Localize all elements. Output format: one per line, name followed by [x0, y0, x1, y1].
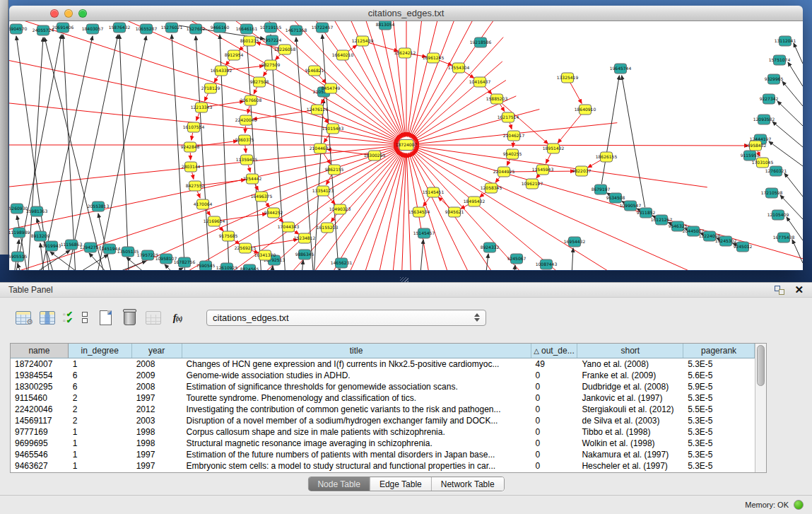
table-cell[interactable]: 5.3E-5: [683, 438, 755, 449]
select-rows-icon[interactable]: ✔✔: [62, 308, 73, 327]
table-cell[interactable]: Structural magnetic resonance image aver…: [182, 438, 531, 449]
table-row[interactable]: 1830029562008Estimation of significance …: [11, 381, 755, 392]
table-cell[interactable]: 2: [69, 404, 132, 415]
row-selection-boxes-icon[interactable]: [79, 308, 90, 327]
table-cell[interactable]: 49: [531, 358, 578, 370]
table-cell[interactable]: Yano et al. (2008): [577, 358, 683, 370]
table-cell[interactable]: Hescheler et al. (1997): [577, 460, 683, 472]
tab-node-table[interactable]: Node Table: [308, 477, 370, 491]
table-cell[interactable]: 14569117: [11, 415, 69, 426]
table-cell[interactable]: 5.3E-5: [683, 358, 755, 370]
table-cell[interactable]: Estimation of significance thresholds fo…: [182, 381, 531, 392]
table-cell[interactable]: 0: [531, 449, 578, 460]
table-cell[interactable]: 9115460: [11, 392, 69, 404]
table-cell[interactable]: Franke et al. (2009): [577, 370, 683, 381]
table-cell[interactable]: 1997: [132, 449, 182, 460]
table-cell[interactable]: 0: [531, 370, 578, 381]
table-cell[interactable]: 1: [69, 358, 132, 370]
panel-splitter-handle[interactable]: [400, 277, 408, 282]
network-canvas[interactable]: 1690457024055724206914061840305715876432…: [9, 21, 803, 270]
table-cell[interactable]: Embryonic stem cells: a model to study s…: [182, 460, 531, 472]
table-cell[interactable]: 2: [69, 392, 132, 404]
table-cell[interactable]: Disruption of a novel member of a sodium…: [182, 415, 531, 426]
table-cell[interactable]: 2008: [132, 358, 182, 370]
table-row[interactable]: 977716911998Corpus callosum shape and si…: [11, 426, 755, 438]
table-cell[interactable]: 9465546: [11, 449, 69, 460]
table-cell[interactable]: 6: [69, 370, 132, 381]
column-header-short[interactable]: short: [577, 344, 683, 358]
table-cell[interactable]: 1: [69, 449, 132, 460]
table-cell[interactable]: 0: [531, 404, 578, 415]
table-cell[interactable]: 19384554: [11, 370, 69, 381]
table-cell[interactable]: Estimation of the future numbers of pati…: [182, 449, 531, 460]
tab-edge-table[interactable]: Edge Table: [370, 477, 432, 491]
table-cell[interactable]: Investigating the contribution of common…: [182, 404, 531, 415]
table-cell[interactable]: 5.9E-5: [683, 381, 755, 392]
table-cell[interactable]: Dudbridge et al. (2008): [577, 381, 683, 392]
table-cell[interactable]: 1: [69, 426, 132, 438]
table-cell[interactable]: 5.3E-5: [683, 460, 755, 472]
table-cell[interactable]: 18724007: [11, 358, 69, 370]
table-cell[interactable]: Genome-wide association studies in ADHD.: [182, 370, 531, 381]
table-cell[interactable]: 22420046: [11, 404, 69, 415]
table-cell[interactable]: de Silva et al. (2003): [577, 415, 683, 426]
column-header-year[interactable]: year: [132, 344, 182, 358]
table-row[interactable]: 946362711997Embryonic stem cells: a mode…: [11, 460, 755, 472]
column-header-name[interactable]: name: [11, 344, 69, 358]
table-cell[interactable]: 2009: [132, 370, 182, 381]
tab-network-table[interactable]: Network Table: [432, 477, 504, 491]
table-cell[interactable]: Tibbo et al. (1998): [577, 426, 683, 438]
table-cell[interactable]: 0: [531, 381, 578, 392]
table-row[interactable]: 969969511998Structural magnetic resonanc…: [11, 438, 755, 449]
table-cell[interactable]: 18300295: [11, 381, 69, 392]
table-row[interactable]: 1872400712008Changes of HCN gene express…: [11, 358, 755, 370]
new-attribute-icon[interactable]: [96, 308, 114, 327]
scrollbar-thumb[interactable]: [757, 345, 765, 386]
column-header-out-de-[interactable]: △out_de...: [531, 344, 578, 358]
table-cell[interactable]: 5.3E-5: [683, 415, 755, 426]
table-row[interactable]: 1938455462009Genome-wide association stu…: [11, 370, 755, 381]
table-cell[interactable]: Tourette syndrome. Phenomenology and cla…: [182, 392, 531, 404]
delete-attribute-icon[interactable]: [120, 308, 139, 327]
table-cell[interactable]: 1: [69, 460, 132, 472]
close-panel-icon[interactable]: ✕: [794, 285, 804, 295]
table-cell[interactable]: 9777169: [11, 426, 69, 438]
table-cell[interactable]: 5.3E-5: [683, 392, 755, 404]
column-visibility-icon[interactable]: [38, 308, 57, 327]
table-cell[interactable]: 5.3E-5: [683, 449, 755, 460]
table-cell[interactable]: 2012: [132, 404, 182, 415]
table-cell[interactable]: 9463627: [11, 460, 69, 472]
table-cell[interactable]: 2003: [132, 415, 182, 426]
table-cell[interactable]: 0: [531, 438, 578, 449]
table-row[interactable]: 2242004622012Investigating the contribut…: [11, 404, 755, 415]
table-row[interactable]: 911546021997Tourette syndrome. Phenomeno…: [11, 392, 755, 404]
table-cell[interactable]: Stergiakouli et al. (2012): [577, 404, 683, 415]
table-row[interactable]: 946554611997Estimation of the future num…: [11, 449, 755, 460]
table-cell[interactable]: 2008: [132, 381, 182, 392]
table-cell[interactable]: 6: [69, 381, 132, 392]
table-cell[interactable]: Jankovic et al. (1997): [577, 392, 683, 404]
table-row[interactable]: 1456911722003Disruption of a novel membe…: [11, 415, 755, 426]
memory-status-dot[interactable]: [794, 500, 804, 510]
table-cell[interactable]: Changes of HCN gene expression and I(f) …: [182, 358, 531, 370]
table-vertical-scrollbar[interactable]: [755, 344, 766, 472]
table-cell[interactable]: 1998: [132, 438, 182, 449]
column-header-in-degree[interactable]: in_degree: [69, 344, 132, 358]
table-cell[interactable]: 1997: [132, 392, 182, 404]
table-cell[interactable]: 1: [69, 438, 132, 449]
table-cell[interactable]: 0: [531, 426, 578, 438]
table-cell[interactable]: 1997: [132, 460, 182, 472]
table-cell[interactable]: 0: [531, 460, 578, 472]
table-cell[interactable]: 1998: [132, 426, 182, 438]
table-cell[interactable]: 5.6E-5: [683, 370, 755, 381]
column-header-pagerank[interactable]: pagerank: [683, 344, 755, 358]
float-panel-icon[interactable]: [775, 286, 784, 295]
table-cell[interactable]: 0: [531, 415, 578, 426]
table-cell[interactable]: Nakamura et al. (1997): [577, 449, 683, 460]
table-cell[interactable]: Wolkin et al. (1998): [577, 438, 683, 449]
table-cell[interactable]: 0: [531, 392, 578, 404]
table-cell[interactable]: Corpus callosum shape and size in male p…: [182, 426, 531, 438]
table-settings-icon[interactable]: ⚙: [14, 308, 33, 327]
function-builder-icon[interactable]: f(x): [168, 308, 187, 327]
column-header-title[interactable]: title: [182, 344, 531, 358]
